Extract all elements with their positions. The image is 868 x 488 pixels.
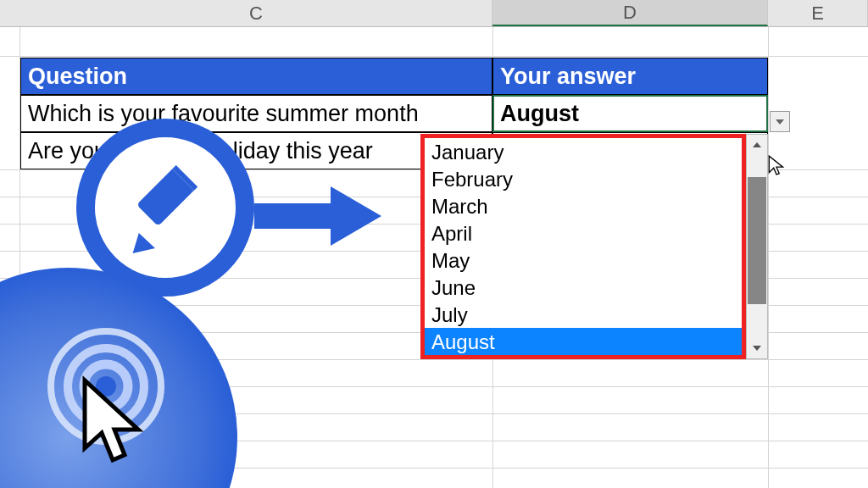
dropdown-scrollbar[interactable]	[746, 134, 768, 359]
header-question: Question	[20, 58, 492, 95]
dropdown-item[interactable]: May	[425, 247, 742, 274]
dropdown-list: January February March April May June Ju…	[420, 134, 746, 359]
column-header-e[interactable]: E	[768, 0, 868, 26]
dropdown-item[interactable]: April	[425, 219, 742, 247]
cell-question[interactable]: Which is your favourite summer month	[20, 95, 492, 132]
column-header-c[interactable]: C	[20, 0, 492, 26]
cursor-icon	[767, 154, 786, 176]
dropdown-button[interactable]	[770, 111, 790, 132]
dropdown-item[interactable]: June	[425, 274, 742, 301]
dropdown-item[interactable]: January	[425, 138, 742, 165]
scroll-down-icon[interactable]	[747, 338, 767, 358]
dropdown-item[interactable]: July	[425, 301, 742, 328]
dropdown-item[interactable]: March	[425, 192, 742, 219]
column-header-d[interactable]: D	[492, 0, 768, 26]
pencil-icon	[114, 157, 216, 258]
scroll-thumb[interactable]	[748, 177, 766, 304]
scroll-up-icon[interactable]	[747, 135, 767, 155]
chevron-down-icon	[776, 119, 784, 125]
edit-badge	[76, 119, 254, 297]
cell-answer[interactable]: August	[492, 95, 768, 132]
dropdown-item[interactable]: February	[425, 165, 742, 192]
arrow-right-icon	[254, 182, 381, 250]
header-answer: Your answer	[492, 58, 768, 95]
cursor-icon	[72, 374, 153, 467]
column-headers: C D E	[0, 0, 868, 27]
dropdown-item-selected[interactable]: August	[425, 328, 742, 355]
